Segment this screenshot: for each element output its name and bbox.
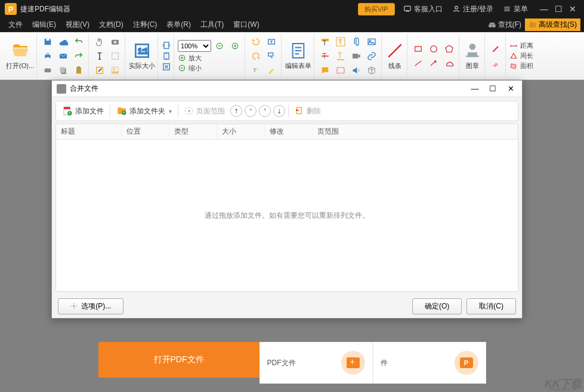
paste-icon[interactable] xyxy=(72,64,86,77)
open-pdf-card[interactable]: 打开PDF文件 xyxy=(98,342,259,378)
maximize-button[interactable]: ☐ xyxy=(552,2,565,16)
rotate-left-icon[interactable] xyxy=(249,35,263,48)
save-icon[interactable] xyxy=(41,35,55,48)
zoom-in-button[interactable]: 放大 xyxy=(178,54,242,63)
text-box-icon[interactable] xyxy=(264,35,279,48)
cloud-save-icon[interactable] xyxy=(56,35,70,48)
add-folder-button[interactable]: + 添加文件夹▾ xyxy=(113,104,175,118)
distance-tool[interactable]: 距离 xyxy=(509,41,533,50)
menu-table[interactable]: 表单(R) xyxy=(162,18,196,31)
svg-text:1:1: 1:1 xyxy=(138,47,148,55)
undo-icon[interactable] xyxy=(72,35,86,48)
camera-icon[interactable] xyxy=(108,35,122,48)
hand-icon[interactable] xyxy=(92,35,107,48)
video-icon[interactable] xyxy=(349,50,363,63)
arrow-shape-icon[interactable] xyxy=(427,57,441,70)
callout-icon[interactable] xyxy=(264,50,279,63)
stamp-button[interactable]: 图章 xyxy=(463,41,482,70)
move-down-button[interactable]: ˅ xyxy=(259,105,271,117)
zoom-in-quick-icon[interactable] xyxy=(228,39,242,53)
bold-text-icon[interactable]: T xyxy=(333,35,348,48)
menu-document[interactable]: 文档(D) xyxy=(94,18,128,31)
move-up-button[interactable]: ˄ xyxy=(245,105,257,117)
pdf-add-icon: + xyxy=(62,106,73,116)
print-icon[interactable] xyxy=(41,50,55,63)
page-range-button[interactable]: 页面范围 xyxy=(181,104,228,118)
3d-icon[interactable] xyxy=(364,64,379,77)
buy-vip-button[interactable]: 购买VIP xyxy=(358,3,395,16)
circle-shape-icon[interactable] xyxy=(427,42,441,55)
move-bottom-button[interactable]: ⤓ xyxy=(273,105,285,117)
search-button[interactable]: 查找(F) xyxy=(484,18,525,31)
close-button[interactable]: ✕ xyxy=(566,2,579,16)
advanced-search-button[interactable]: 高级查找(S) xyxy=(525,18,580,31)
polygon-shape-icon[interactable] xyxy=(442,42,456,55)
col-location[interactable]: 位置 xyxy=(122,124,169,139)
highlight-icon[interactable] xyxy=(264,64,279,77)
eraser-icon[interactable] xyxy=(489,57,503,70)
login-button[interactable]: 注册/登录 xyxy=(452,4,493,14)
fit-visible-icon[interactable] xyxy=(162,62,171,72)
zoom-out-quick-icon[interactable] xyxy=(212,39,227,53)
col-title[interactable]: 标题 xyxy=(56,124,122,139)
menu-window[interactable]: 窗口(W) xyxy=(228,18,264,31)
col-size[interactable]: 大小 xyxy=(217,124,265,139)
zoom-out-button[interactable]: 缩小 xyxy=(178,64,242,73)
email-icon[interactable] xyxy=(56,50,70,63)
highlight-text-icon[interactable]: T xyxy=(318,35,332,48)
menu-file[interactable]: 文件 xyxy=(4,18,27,31)
image-insert-icon[interactable] xyxy=(364,35,379,48)
perimeter-tool[interactable]: 周长 xyxy=(509,51,533,60)
actual-size-icon: 1:1 xyxy=(132,41,152,60)
minimize-button[interactable]: — xyxy=(537,2,551,16)
strikethrough-icon[interactable]: T xyxy=(318,50,332,63)
file-card[interactable]: 件 P xyxy=(373,342,486,384)
attachment-icon[interactable] xyxy=(349,35,363,48)
support-button[interactable]: 客服入口 xyxy=(403,4,443,14)
redo-icon[interactable] xyxy=(72,50,86,63)
fit-page-icon[interactable] xyxy=(162,41,171,50)
rect-shape-icon[interactable] xyxy=(411,42,425,55)
dialog-close-button[interactable]: ✕ xyxy=(504,84,517,93)
options-button[interactable]: 选项(P)... xyxy=(58,298,123,314)
sound-icon[interactable] xyxy=(349,64,363,77)
rotate-right-icon[interactable] xyxy=(249,50,263,63)
menu-button[interactable]: 菜单 xyxy=(503,4,528,14)
ok-button[interactable]: 确定(O) xyxy=(412,298,462,314)
stamp-small-icon[interactable] xyxy=(333,64,348,77)
lines-button[interactable]: 线条 xyxy=(385,41,404,70)
area-tool[interactable]: 面积 xyxy=(509,61,533,70)
insert-text-icon[interactable]: T+ xyxy=(249,64,263,77)
note-icon[interactable] xyxy=(318,64,332,77)
cancel-button[interactable]: 取消(C) xyxy=(466,298,516,314)
line-shape-icon[interactable] xyxy=(411,57,425,70)
col-type[interactable]: 类型 xyxy=(169,124,217,139)
delete-button[interactable]: 删除 xyxy=(291,104,325,118)
col-modified[interactable]: 修改 xyxy=(265,124,313,139)
cloud-shape-icon[interactable] xyxy=(442,57,456,70)
select-text-icon[interactable] xyxy=(92,50,107,63)
menu-edit[interactable]: 编辑(E) xyxy=(27,18,61,31)
move-top-button[interactable]: ⤒ xyxy=(230,105,242,117)
menu-view[interactable]: 视图(V) xyxy=(61,18,94,31)
open-file-button[interactable]: 打开(O)... xyxy=(6,41,34,70)
col-page-range[interactable]: 页范围 xyxy=(313,124,518,139)
zoom-select[interactable]: 100% xyxy=(178,40,211,52)
scan-icon[interactable] xyxy=(41,64,55,77)
add-file-button[interactable]: + 添加文件 xyxy=(58,104,107,118)
select-area-icon[interactable] xyxy=(108,50,122,63)
link-icon[interactable] xyxy=(364,50,379,63)
menu-tools[interactable]: 工具(T) xyxy=(196,18,228,31)
underline-icon[interactable]: T xyxy=(333,50,348,63)
pdf-file-card[interactable]: PDF文件 + xyxy=(259,342,373,384)
dialog-minimize-button[interactable]: — xyxy=(468,84,481,93)
actual-size-button[interactable]: 1:1 实际大小 xyxy=(129,41,155,70)
menu-annotate[interactable]: 注释(C) xyxy=(128,18,162,31)
edit-text-icon[interactable] xyxy=(92,64,107,77)
dialog-maximize-button[interactable]: ☐ xyxy=(486,84,499,93)
copy-icon[interactable] xyxy=(56,64,70,77)
edit-form-button[interactable]: 编辑表单 xyxy=(285,41,311,70)
pencil-icon[interactable] xyxy=(489,42,503,55)
edit-image-icon[interactable] xyxy=(108,64,122,77)
fit-width-icon[interactable] xyxy=(162,51,171,61)
